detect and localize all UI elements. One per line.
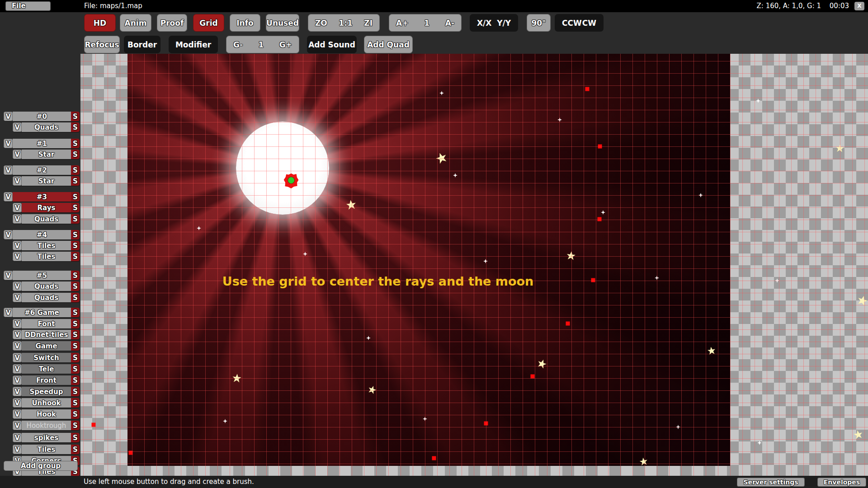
- visibility-toggle[interactable]: V: [13, 421, 22, 430]
- quad-pivot-handle[interactable]: [288, 177, 294, 183]
- group-name[interactable]: #0: [13, 112, 71, 121]
- file-menu-button[interactable]: File: [5, 1, 51, 11]
- layer-name[interactable]: spikes: [22, 433, 71, 442]
- flip-x-button[interactable]: X/X: [477, 19, 491, 28]
- layer-name[interactable]: Game: [22, 341, 71, 351]
- shared-toggle[interactable]: S: [71, 353, 80, 362]
- shared-toggle[interactable]: S: [71, 203, 80, 212]
- shared-toggle[interactable]: S: [71, 398, 80, 408]
- shared-toggle[interactable]: S: [71, 241, 80, 250]
- layer-row[interactable]: VTeleS: [13, 364, 80, 374]
- layer-name[interactable]: Quads: [22, 282, 71, 291]
- layer-row[interactable]: VTilesS: [13, 445, 80, 454]
- layer-row[interactable]: VQuadsS: [13, 293, 80, 302]
- group-row[interactable]: V#1S: [4, 139, 80, 148]
- border-button[interactable]: Border: [124, 36, 160, 53]
- hd-toggle[interactable]: HD: [84, 14, 116, 32]
- zoom-out-button[interactable]: ZO: [315, 19, 327, 28]
- shared-toggle[interactable]: S: [71, 282, 80, 291]
- layer-row[interactable]: VTilesS: [13, 252, 80, 261]
- visibility-toggle[interactable]: V: [13, 341, 22, 351]
- layer-name[interactable]: Quads: [22, 214, 71, 224]
- anim-speed-decrease-button[interactable]: A-: [445, 19, 454, 28]
- shared-toggle[interactable]: S: [71, 122, 80, 132]
- group-row[interactable]: V#3S: [4, 192, 80, 202]
- shared-toggle[interactable]: S: [71, 271, 80, 280]
- visibility-toggle[interactable]: V: [13, 214, 22, 224]
- layer-row[interactable]: VUnhookS: [13, 398, 80, 408]
- visibility-toggle[interactable]: V: [4, 112, 13, 121]
- layer-row[interactable]: VRaysS: [13, 203, 80, 212]
- shared-toggle[interactable]: S: [71, 375, 80, 385]
- shared-toggle[interactable]: S: [71, 230, 80, 239]
- grid-size-decrease-button[interactable]: G-: [233, 40, 243, 49]
- layer-name[interactable]: Star: [22, 150, 71, 159]
- map-canvas[interactable]: Use the grid to center the rays and the …: [80, 54, 868, 476]
- visibility-toggle[interactable]: V: [13, 122, 22, 132]
- visibility-toggle[interactable]: V: [4, 139, 13, 148]
- layer-name[interactable]: Switch: [22, 353, 71, 362]
- layer-row[interactable]: VQuadsS: [13, 282, 80, 291]
- layer-name[interactable]: Unhook: [22, 398, 71, 408]
- visibility-toggle[interactable]: V: [13, 241, 22, 250]
- grid-toggle[interactable]: Grid: [193, 14, 224, 32]
- shared-toggle[interactable]: S: [71, 214, 80, 224]
- layer-row[interactable]: VHooktroughS: [13, 421, 80, 430]
- layer-row[interactable]: VTilesS: [13, 241, 80, 250]
- group-row[interactable]: V#0S: [4, 112, 80, 121]
- layer-row[interactable]: VSpeedupS: [13, 387, 80, 396]
- shared-toggle[interactable]: S: [71, 150, 80, 159]
- close-icon[interactable]: X: [854, 2, 864, 10]
- group-row[interactable]: V#5S: [4, 271, 80, 280]
- shared-toggle[interactable]: S: [71, 308, 80, 317]
- server-settings-button[interactable]: Server settings: [737, 478, 805, 487]
- group-row[interactable]: V#2S: [4, 165, 80, 175]
- layer-row[interactable]: VHookS: [13, 409, 80, 419]
- layer-row[interactable]: VStarS: [13, 176, 80, 186]
- layer-name[interactable]: DDnet-tiles: [22, 330, 71, 339]
- visibility-toggle[interactable]: V: [13, 150, 22, 159]
- layer-name[interactable]: Star: [22, 176, 71, 186]
- layer-name[interactable]: Speedup: [22, 387, 71, 396]
- visibility-toggle[interactable]: V: [13, 319, 22, 328]
- layer-row[interactable]: VspikesS: [13, 433, 80, 442]
- layer-row[interactable]: VGameS: [13, 341, 80, 351]
- layer-name[interactable]: Tele: [22, 364, 71, 374]
- zoom-reset-button[interactable]: 1:1: [339, 19, 352, 28]
- visibility-toggle[interactable]: V: [13, 445, 22, 454]
- shared-toggle[interactable]: S: [71, 433, 80, 442]
- add-quad-button[interactable]: Add Quad: [364, 36, 413, 53]
- layer-name[interactable]: Font: [22, 319, 71, 328]
- layer-name[interactable]: Tiles: [22, 241, 71, 250]
- layer-row[interactable]: VQuadsS: [13, 122, 80, 132]
- visibility-toggle[interactable]: V: [13, 282, 22, 291]
- shared-toggle[interactable]: S: [71, 445, 80, 454]
- shared-toggle[interactable]: S: [71, 387, 80, 396]
- group-name[interactable]: #6 Game: [13, 308, 71, 317]
- shared-toggle[interactable]: S: [71, 341, 80, 351]
- zoom-in-button[interactable]: ZI: [364, 19, 373, 28]
- visibility-toggle[interactable]: V: [13, 387, 22, 396]
- shared-toggle[interactable]: S: [71, 421, 80, 430]
- layer-name[interactable]: Tiles: [22, 445, 71, 454]
- visibility-toggle[interactable]: V: [13, 353, 22, 362]
- layer-name[interactable]: Tiles: [22, 252, 71, 261]
- layer-row[interactable]: VFontS: [13, 319, 80, 328]
- visibility-toggle[interactable]: V: [13, 409, 22, 419]
- envelopes-button[interactable]: Envelopes: [817, 478, 866, 487]
- layer-row[interactable]: VSwitchS: [13, 353, 80, 362]
- layer-name[interactable]: Hook: [22, 409, 71, 419]
- shared-toggle[interactable]: S: [71, 112, 80, 121]
- group-name[interactable]: #4: [13, 230, 71, 239]
- layer-name[interactable]: Rays: [22, 203, 71, 212]
- visibility-toggle[interactable]: V: [4, 192, 13, 202]
- group-row[interactable]: V#6 GameS: [4, 308, 80, 317]
- shared-toggle[interactable]: S: [71, 330, 80, 339]
- group-name[interactable]: #2: [13, 165, 71, 175]
- rotate-ccw-button[interactable]: CCW: [562, 19, 582, 28]
- group-name[interactable]: #5: [13, 271, 71, 280]
- layer-row[interactable]: VQuadsS: [13, 214, 80, 224]
- visibility-toggle[interactable]: V: [13, 330, 22, 339]
- visibility-toggle[interactable]: V: [13, 203, 22, 212]
- rotate-cw-button[interactable]: CW: [582, 19, 596, 28]
